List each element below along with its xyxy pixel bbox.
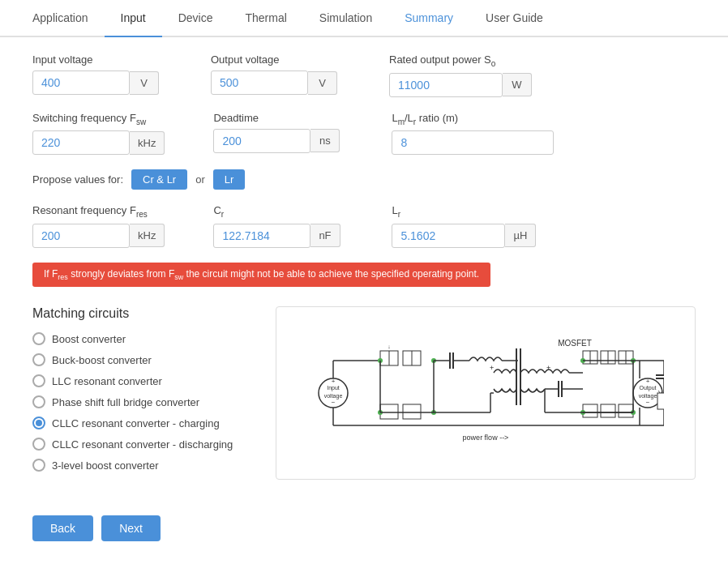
svg-text:Output: Output [639, 385, 656, 391]
deadtime-input[interactable] [213, 129, 310, 153]
input-voltage-unit: V [130, 71, 159, 95]
matching-circuits-title: Matching circuits [32, 306, 251, 321]
output-voltage-label: Output voltage [211, 53, 340, 66]
svg-rect-76 [657, 393, 664, 409]
main-content: Input voltage V Output voltage V Rated o… [0, 37, 728, 496]
svg-text:−: − [332, 399, 336, 406]
input-voltage-input[interactable] [32, 70, 130, 95]
svg-rect-63 [619, 404, 633, 417]
radio-circle [32, 374, 45, 387]
cr-input[interactable] [213, 224, 310, 248]
rated-power-input[interactable] [389, 73, 503, 97]
tab-device[interactable]: Device [162, 0, 229, 37]
input-voltage-label: Input voltage [32, 53, 162, 66]
radio-label: 3-level boost converter [52, 459, 159, 472]
output-voltage-group: Output voltage V [211, 53, 340, 95]
cr-label: Cr [213, 204, 343, 219]
cr-group: Cr nF [213, 204, 343, 248]
deadtime-field: ns [213, 129, 343, 153]
matching-section: Matching circuits Boost converterBuck-bo… [32, 306, 696, 480]
warning-box: If Fres strongly deviates from Fsw the c… [32, 263, 490, 287]
lr-field: µH [392, 224, 536, 248]
deadtime-unit: ns [310, 129, 340, 152]
rated-power-group: Rated output power So W [389, 53, 532, 97]
input-voltage-group: Input voltage V [32, 53, 162, 95]
bottom-buttons: Back Next [0, 515, 728, 558]
radio-circle [32, 353, 45, 366]
svg-rect-46 [380, 404, 398, 419]
input-voltage-field: V [32, 70, 162, 95]
lm-lr-group: Lm/Lr ratio (m) [392, 112, 554, 156]
rated-power-unit: W [503, 73, 532, 96]
deadtime-group: Deadtime ns [213, 112, 343, 153]
svg-text:↓: ↓ [388, 344, 391, 349]
svg-text:−: − [646, 399, 650, 406]
radio-item[interactable]: Buck-boost converter [32, 353, 251, 366]
svg-text:+: + [646, 378, 650, 385]
svg-text:Input: Input [327, 385, 340, 391]
tab-summary[interactable]: Summary [388, 0, 469, 37]
radio-item[interactable]: Phase shift full bridge converter [32, 395, 251, 408]
deadtime-label: Deadtime [213, 112, 343, 124]
propose-cr-lr-button[interactable]: Cr & Lr [131, 169, 187, 190]
lr-label: Lr [392, 204, 536, 219]
lr-group: Lr µH [392, 204, 536, 248]
next-button[interactable]: Next [101, 515, 161, 541]
svg-rect-61 [583, 404, 597, 417]
lr-input[interactable] [392, 224, 505, 248]
radio-circle [32, 417, 45, 429]
resonant-freq-label: Resonant frequency Fres [32, 204, 165, 219]
tab-input[interactable]: Input [105, 0, 162, 37]
radio-item[interactable]: LLC resonant converter [32, 374, 251, 387]
tab-bar: Application Input Device Thermal Simulat… [0, 0, 728, 37]
propose-lr-button[interactable]: Lr [213, 169, 246, 190]
radio-label: LLC resonant converter [52, 375, 162, 387]
circuits-list: Matching circuits Boost converterBuck-bo… [32, 306, 251, 480]
propose-row: Propose values for: Cr & Lr or Lr [32, 169, 696, 190]
resonant-freq-group: Resonant frequency Fres kHz [32, 204, 165, 248]
rated-power-field: W [389, 73, 532, 97]
propose-label: Propose values for: [32, 173, 123, 186]
svg-text:power flow -->: power flow --> [463, 434, 509, 442]
switching-freq-label: Switching frequency Fsw [32, 112, 165, 126]
radio-item[interactable]: Boost converter [32, 332, 251, 345]
resonant-freq-unit: kHz [130, 224, 165, 247]
circuit-diagram: Input voltage + − ↓ [276, 306, 696, 480]
radio-label: CLLC resonant converter - charging [52, 417, 220, 429]
form-row-2: Switching frequency Fsw kHz Deadtime ns … [32, 112, 696, 156]
svg-text:+: + [332, 378, 336, 385]
radio-label: CLLC resonant converter - discharging [52, 438, 233, 451]
radio-item[interactable]: CLLC resonant converter - charging [32, 417, 251, 429]
radio-items-container: Boost converterBuck-boost converterLLC r… [32, 332, 251, 472]
tab-thermal[interactable]: Thermal [229, 0, 302, 37]
radio-circle [32, 395, 45, 408]
output-voltage-field: V [211, 70, 340, 95]
tab-simulation[interactable]: Simulation [303, 0, 388, 37]
switching-freq-input[interactable] [32, 130, 130, 155]
tab-application[interactable]: Application [16, 0, 105, 37]
or-text: or [195, 173, 205, 186]
page-wrapper: Application Input Device Thermal Simulat… [0, 0, 728, 581]
radio-item[interactable]: CLLC resonant converter - discharging [32, 438, 251, 451]
resonant-freq-input[interactable] [32, 224, 130, 248]
tab-user-guide[interactable]: User Guide [469, 0, 559, 37]
rated-power-label: Rated output power So [389, 53, 532, 68]
radio-item[interactable]: 3-level boost converter [32, 459, 251, 472]
switching-freq-unit: kHz [130, 131, 165, 155]
radio-circle [32, 332, 45, 345]
lm-lr-field [392, 130, 554, 155]
radio-circle [32, 438, 45, 451]
output-voltage-input[interactable] [211, 70, 308, 95]
switching-freq-group: Switching frequency Fsw kHz [32, 112, 165, 156]
switching-freq-field: kHz [32, 130, 165, 155]
cr-unit: nF [310, 224, 340, 247]
radio-label: Buck-boost converter [52, 354, 152, 366]
lm-lr-label: Lm/Lr ratio (m) [392, 112, 554, 126]
svg-text:+: + [490, 364, 494, 372]
back-button[interactable]: Back [32, 515, 93, 541]
lm-lr-input[interactable] [392, 130, 554, 155]
radio-circle [32, 459, 45, 472]
circuit-svg: Input voltage + − ↓ [307, 328, 664, 458]
cr-field: nF [213, 224, 343, 248]
form-row-1: Input voltage V Output voltage V Rated o… [32, 53, 696, 97]
